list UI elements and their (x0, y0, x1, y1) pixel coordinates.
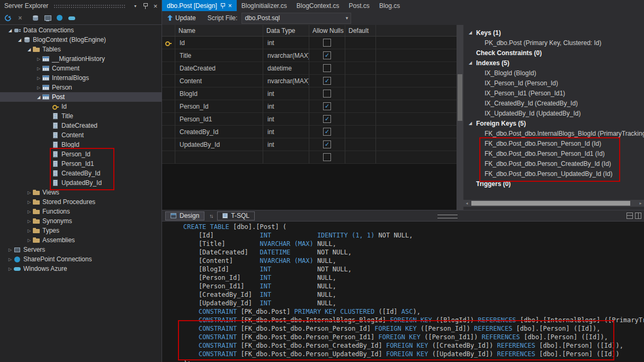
cell-name[interactable]: CreatedBy_Id (175, 126, 263, 138)
cell-default[interactable] (345, 49, 376, 62)
cell-name[interactable]: Person_Id1 (175, 113, 263, 126)
cell-data-type[interactable] (263, 151, 309, 164)
expand-arrow-icon[interactable]: ▷ (35, 66, 42, 71)
item-fk-dbo-post-dbo-internalblogs-blogid-primarytrackingkey[interactable]: FK_dbo.Post_dbo.InternalBlogs_BlogId (Pr… (463, 128, 644, 138)
cell-name[interactable]: BlogId (175, 87, 263, 100)
cell-default[interactable] (345, 62, 376, 75)
row-header-primary-key[interactable] (162, 37, 175, 49)
cell-default[interactable] (345, 113, 376, 126)
item-ix-blogid-blogid[interactable]: IX_BlogId (BlogId) (463, 68, 644, 78)
tab-bloginitializer-cs[interactable]: BlogInitializer.cs (237, 0, 292, 11)
server-explorer-titlebar[interactable]: Server Explorer ▾× (0, 0, 162, 12)
splitter-grip[interactable] (437, 215, 458, 218)
tree-item-sharepoint-connections[interactable]: ▷SharePoint Connections (0, 254, 162, 264)
cell-name[interactable]: Title (175, 49, 263, 62)
tree-item-assemblies[interactable]: ▷Assemblies (0, 235, 162, 245)
cell-data-type[interactable]: int (263, 37, 309, 49)
connect-sharepoint-icon[interactable] (56, 14, 64, 22)
expand-arrow-icon[interactable]: ▷ (25, 209, 33, 214)
tree-item-updatedby-id[interactable]: UpdatedBy_Id (0, 178, 162, 188)
tree-item-internalblogs[interactable]: ▷InternalBlogs (0, 73, 162, 83)
row-header[interactable] (162, 87, 175, 100)
collapse-arrow-icon[interactable]: ◢ (16, 38, 23, 42)
keys-horizontal-scrollbar[interactable]: ◂ ▸ (463, 200, 644, 207)
cell-default[interactable] (345, 100, 376, 113)
script-file-combobox[interactable]: dbo.Post.sql ▾ (241, 13, 351, 24)
allow-nulls-checkbox[interactable]: ✓ (323, 102, 331, 110)
cell-default[interactable] (345, 151, 376, 164)
cell-data-type[interactable]: datetime (263, 62, 309, 75)
expand-arrow-icon[interactable]: ▷ (6, 267, 14, 271)
scroll-left-icon[interactable]: ◂ (463, 200, 470, 207)
tab-dbo-post-design[interactable]: dbo.Post [Design]× (162, 0, 237, 11)
tab-design[interactable]: Design (165, 211, 204, 220)
tree-item-comment[interactable]: ▷Comment (0, 64, 162, 73)
item-fk-dbo-post-dbo-person-createdby-id-id[interactable]: FK_dbo.Post_dbo.Person_CreatedBy_Id (Id) (463, 158, 644, 169)
cell-default[interactable] (345, 75, 376, 87)
tree-item-person-id[interactable]: Person_Id (0, 149, 162, 159)
column-header-data-type[interactable]: Data Type (263, 25, 309, 37)
allow-nulls-checkbox[interactable] (323, 39, 331, 47)
close-icon[interactable]: × (228, 3, 232, 9)
row-header[interactable] (162, 75, 175, 87)
cell-default[interactable] (345, 138, 376, 151)
collapse-arrow-icon[interactable]: ◢ (469, 30, 476, 35)
tree-item-synonyms[interactable]: ▷Synonyms (0, 216, 162, 226)
item-ix-updatedby-id-updatedby-id[interactable]: IX_UpdatedBy_Id (UpdatedBy_Id) (463, 108, 644, 118)
group-foreign-keys-5[interactable]: ◢Foreign Keys (5) (463, 118, 644, 128)
column-header-name[interactable]: Name (175, 25, 263, 37)
item-ix-person-id1-person-id1[interactable]: IX_Person_Id1 (Person_Id1) (463, 88, 644, 98)
tree-item-functions[interactable]: ▷Functions (0, 207, 162, 216)
scroll-right-icon[interactable]: ▸ (637, 200, 644, 207)
tree-item-blogid[interactable]: BlogId (0, 140, 162, 149)
close-icon[interactable]: × (151, 2, 159, 10)
tree-item-person-id1[interactable]: Person_Id1 (0, 159, 162, 169)
expand-arrow-icon[interactable]: ▷ (25, 238, 33, 243)
expand-arrow-icon[interactable]: ▷ (35, 57, 42, 61)
tree-item-types[interactable]: ▷Types (0, 226, 162, 235)
tsql-editor[interactable]: CREATE TABLE [dbo].[Post] ( [Id] INT IDE… (162, 222, 644, 362)
update-button[interactable]: Update (167, 14, 196, 22)
cell-name[interactable]: DateCreated (175, 62, 263, 75)
grid-vertical-scrollbar[interactable] (457, 25, 463, 210)
tree-item-datecreated[interactable]: DateCreated (0, 121, 162, 130)
tree-item-data-connections[interactable]: ◢Data Connections (0, 25, 162, 35)
cell-data-type[interactable]: int (263, 138, 309, 151)
row-header[interactable] (162, 113, 175, 126)
cell-data-type[interactable]: int (263, 126, 309, 138)
stop-refresh-icon[interactable]: × (16, 14, 24, 22)
allow-nulls-checkbox[interactable]: ✓ (323, 51, 331, 59)
cell-name[interactable]: Content (175, 75, 263, 87)
window-position-icon[interactable]: ▾ (131, 2, 139, 10)
allow-nulls-checkbox[interactable]: ✓ (323, 140, 331, 148)
item-ix-person-id-person-id[interactable]: IX_Person_Id (Person_Id) (463, 78, 644, 88)
item-ix-createdby-id-createdby-id[interactable]: IX_CreatedBy_Id (CreatedBy_Id) (463, 98, 644, 108)
cell-data-type[interactable]: int (263, 87, 309, 100)
group-indexes-5[interactable]: ◢Indexes (5) (463, 58, 644, 68)
tree-item-person[interactable]: ▷Person (0, 83, 162, 92)
cell-name[interactable] (175, 151, 263, 164)
connect-database-icon[interactable] (31, 14, 40, 22)
tree-item-migrationhistory[interactable]: ▷__MigrationHistory (0, 54, 162, 64)
expand-arrow-icon[interactable]: ▷ (6, 257, 14, 262)
tree-item-servers[interactable]: ▷Servers (0, 245, 162, 254)
tree-item-post[interactable]: ◢Post (0, 92, 162, 102)
tab-post-cs[interactable]: Post.cs (344, 0, 374, 11)
swap-panes-icon[interactable]: ↑↓ (209, 213, 212, 219)
allow-nulls-checkbox[interactable]: ✓ (323, 77, 331, 85)
item-fk-dbo-post-dbo-person-person-id-id[interactable]: FK_dbo.Post_dbo.Person_Person_Id (Id) (463, 138, 644, 148)
allow-nulls-checkbox[interactable]: ✓ (323, 115, 331, 123)
pin-icon[interactable] (220, 3, 225, 9)
cell-data-type[interactable]: nvarchar(MAX) (263, 49, 309, 62)
collapse-arrow-icon[interactable]: ◢ (25, 47, 33, 52)
allow-nulls-checkbox[interactable] (323, 153, 331, 161)
allow-nulls-checkbox[interactable] (323, 64, 331, 72)
row-header[interactable] (162, 138, 175, 151)
tree-item-id[interactable]: Id (0, 102, 162, 111)
cell-default[interactable] (345, 87, 376, 100)
cell-name[interactable]: Id (175, 37, 263, 49)
collapse-arrow-icon[interactable]: ◢ (469, 60, 476, 65)
allow-nulls-checkbox[interactable]: ✓ (323, 128, 331, 136)
tree-item-content[interactable]: Content (0, 130, 162, 140)
cell-default[interactable] (345, 37, 376, 49)
